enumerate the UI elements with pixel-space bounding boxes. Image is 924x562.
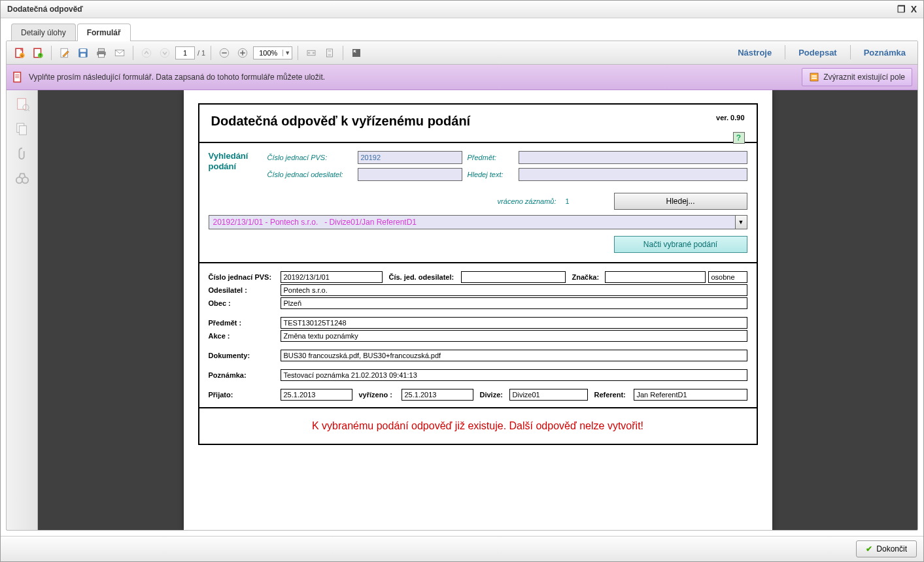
svg-rect-6 <box>80 49 86 52</box>
result-select[interactable] <box>209 215 736 229</box>
load-button[interactable]: Načti vybrané podání <box>614 236 747 253</box>
cj-pvs-value: 20192/13/1/01 <box>281 271 383 283</box>
text-input[interactable] <box>519 168 747 181</box>
thumbnails-icon[interactable] <box>15 97 29 111</box>
export-pdf-icon[interactable] <box>12 45 27 61</box>
returned-label: vráceno záznamů: <box>498 197 556 205</box>
mail-icon[interactable] <box>112 45 128 61</box>
help-button[interactable]: ? <box>733 132 745 144</box>
print-icon[interactable] <box>94 45 109 61</box>
svg-rect-7 <box>80 53 86 56</box>
subject-input[interactable] <box>519 151 747 164</box>
fit-width-icon[interactable] <box>303 45 319 61</box>
osobne-value: osobne <box>708 271 747 283</box>
highlight-label: Zvýraznit existující pole <box>823 73 905 82</box>
sender-input[interactable] <box>358 168 462 181</box>
binoculars-icon[interactable] <box>15 171 29 186</box>
predmet-value: TEST130125T1248 <box>281 317 747 329</box>
dokumenty-value: BUS30 francouzská.pdf, BUS30+francouzská… <box>281 350 747 361</box>
titlebar: Dodatečná odpověď ❐ X <box>1 1 923 18</box>
edit-icon[interactable] <box>57 45 73 61</box>
sign-link[interactable]: Podepsat <box>792 45 844 60</box>
form-title: Dodatečná odpověď k vyřízenému podání <box>211 114 745 129</box>
content-area: Detaily úlohy Formulář / 1 <box>1 18 923 536</box>
tab-bar: Detaily úlohy Formulář <box>11 24 918 41</box>
highlight-fields-button[interactable]: Zvýraznit existující pole <box>802 68 912 86</box>
znacka-value <box>605 271 706 283</box>
prijato-value: 25.1.2013 <box>281 389 352 401</box>
zoom-dropdown-icon[interactable]: ▼ <box>282 50 292 56</box>
subject-label: Předmět: <box>468 154 513 161</box>
svg-rect-20 <box>810 73 818 81</box>
sender-label: Číslo jednací odesilatel: <box>267 171 352 178</box>
poznamka-label: Poznámka: <box>209 371 281 379</box>
info-text: Vyplňte prosím následující formulář. Dat… <box>29 73 796 82</box>
divize-value: Divize01 <box>509 389 588 401</box>
page-total: / 1 <box>197 49 205 57</box>
referent-label: Referent: <box>588 391 634 399</box>
fit-page-icon[interactable] <box>322 45 337 61</box>
highlight-icon <box>809 72 819 82</box>
attachment-icon[interactable] <box>15 146 29 161</box>
cj-od-label: Čís. jed. odesilatel: <box>383 273 461 281</box>
detail-section: Číslo jednací PVS: 20192/13/1/01 Čís. je… <box>199 263 757 408</box>
result-dropdown-icon[interactable]: ▼ <box>736 215 747 229</box>
svg-rect-10 <box>99 54 105 57</box>
zoom-select[interactable]: ▼ <box>253 46 292 59</box>
pdf-page: Dodatečná odpověď k vyřízenému podání ve… <box>184 90 772 530</box>
window-controls: ❐ X <box>897 4 917 14</box>
search-button[interactable]: Hledej... <box>614 193 747 210</box>
document-scroll[interactable]: Dodatečná odpověď k vyřízenému podání ve… <box>38 90 917 530</box>
svg-rect-22 <box>812 78 817 79</box>
odesilatel-label: Odesilatel : <box>209 286 281 294</box>
pdf-viewer: / 1 ▼ Nástroje Podepsat Poz <box>6 41 918 531</box>
warning-text: K vybranému podání odpověď již existuje.… <box>211 420 745 432</box>
cj-od-value <box>461 271 566 283</box>
search-section: Vyhledání podání Číslo jednací PVS: Před… <box>199 143 757 263</box>
svg-rect-8 <box>99 48 105 52</box>
svg-point-12 <box>142 48 151 58</box>
pages-icon[interactable] <box>15 122 29 136</box>
akce-value: Změna textu poznámky <box>281 330 747 342</box>
obec-label: Obec : <box>209 299 281 307</box>
page-down-icon[interactable] <box>157 45 173 61</box>
form-version: ver. 0.90 <box>716 114 744 122</box>
info-bar: Vyplňte prosím následující formulář. Dat… <box>7 65 917 90</box>
dokumenty-label: Dokumenty: <box>209 352 281 359</box>
referent-value: Jan ReferentD1 <box>634 389 747 401</box>
predmet-label: Předmět : <box>209 319 281 327</box>
page-up-icon[interactable] <box>139 45 154 61</box>
save-icon[interactable] <box>75 45 91 61</box>
obec-value: Plzeň <box>281 297 747 309</box>
pvs-input[interactable] <box>358 151 462 164</box>
svg-point-28 <box>22 177 28 183</box>
akce-label: Akce : <box>209 332 281 340</box>
tools-link[interactable]: Nástroje <box>731 45 778 60</box>
warning-section: K vybranému podání odpověď již existuje.… <box>199 408 757 444</box>
prijato-label: Přijato: <box>209 391 281 399</box>
returned-value: 1 <box>566 197 605 205</box>
side-panel <box>7 90 38 530</box>
maximize-icon[interactable]: ❐ <box>897 4 906 14</box>
zoom-value[interactable] <box>254 49 282 57</box>
import-pdf-icon[interactable] <box>30 45 46 61</box>
zoom-in-icon[interactable] <box>235 45 250 61</box>
form-icon <box>12 71 24 83</box>
znacka-label: Značka: <box>566 273 605 281</box>
check-icon: ✔ <box>866 544 872 554</box>
svg-rect-23 <box>17 99 26 110</box>
page-number-input[interactable] <box>175 46 195 59</box>
form-header: Dodatečná odpověď k vyřízenému podání ve… <box>199 105 757 143</box>
document-area: Dodatečná odpověď k vyřízenému podání ve… <box>7 90 917 530</box>
finish-button[interactable]: ✔ Dokončit <box>856 540 917 557</box>
svg-rect-26 <box>19 125 26 135</box>
tab-detail[interactable]: Detaily úlohy <box>11 24 76 41</box>
close-icon[interactable]: X <box>911 4 917 14</box>
note-link[interactable]: Poznámka <box>857 45 912 60</box>
footer: ✔ Dokončit <box>1 536 923 561</box>
fullscreen-icon[interactable] <box>349 45 364 61</box>
window-title: Dodatečná odpověď <box>7 5 83 14</box>
vyrizeno-value: 25.1.2013 <box>402 389 473 401</box>
tab-form[interactable]: Formulář <box>77 24 131 41</box>
zoom-out-icon[interactable] <box>216 45 232 61</box>
